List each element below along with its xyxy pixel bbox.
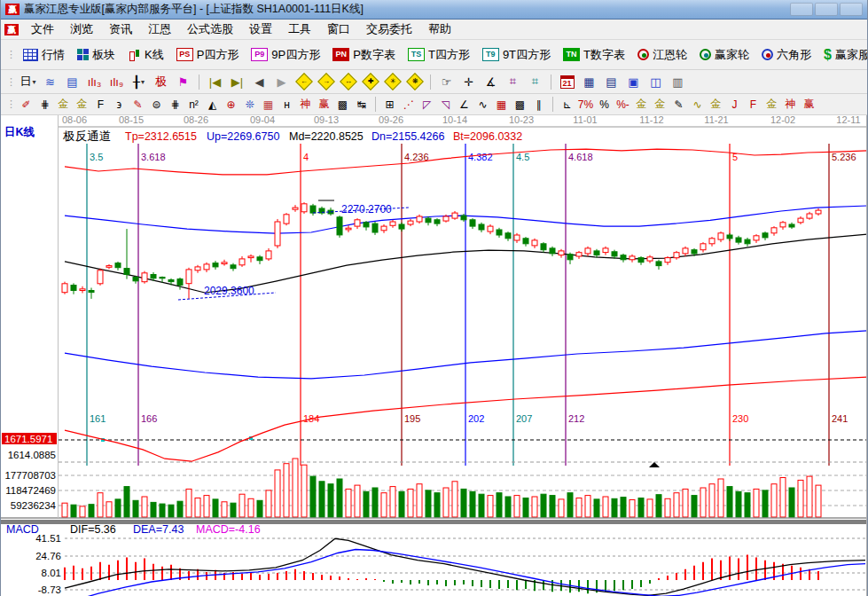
wave-tool-button[interactable]: ≋ [39,73,61,91]
pencil-chart-button[interactable]: ✎ [669,96,688,113]
gold-ruler-2-button[interactable]: 金 [73,96,91,113]
kline-chart-canvas[interactable]: 08-0608-1508-2609-0409-1309-2610-1410-23… [1,115,867,596]
maximize-button[interactable] [815,3,838,16]
compass-pencil-button[interactable]: ✎ [129,96,147,113]
minimize-button[interactable] [790,3,813,16]
percent-line-button[interactable]: %- [614,96,632,113]
stock-filter-button[interactable]: ⚑ [172,73,194,91]
win-ruler-button[interactable]: 赢 [315,96,333,113]
export-button[interactable]: ◫ [645,73,667,91]
toolbar-9p-square-button[interactable]: P99P四方形 [245,45,326,65]
menu-交易委托[interactable]: 交易委托 [358,20,420,39]
toolbar-gann-wheel-button[interactable]: 江恩轮 [631,45,693,65]
toolbar-winner-wheel-button[interactable]: 赢家轮 [693,45,755,65]
memo-button[interactable]: ▤ [600,73,622,91]
toolbar-p-square-button[interactable]: PSP四方形 [170,45,246,65]
ruler-button[interactable]: ⋕ [35,96,54,113]
box-tool-button[interactable]: ⊞ [380,96,399,113]
gold-angle-button[interactable]: 金 [762,96,781,113]
period-day-button[interactable]: 日▾ [17,73,39,91]
close-button[interactable] [840,3,863,16]
pane-divider[interactable] [1,520,867,524]
menu-帮助[interactable]: 帮助 [420,20,459,39]
red-grid-button[interactable]: ▦ [492,96,511,113]
menu-资讯[interactable]: 资讯 [101,20,140,39]
cycle-circle-button[interactable]: ⊜ [147,96,166,113]
k-mark-button[interactable]: ʜ [278,96,296,113]
black-grid-button[interactable]: ▩ [511,96,529,113]
shift-left-button[interactable]: ← [293,73,315,91]
gold-level-button[interactable]: 金 [651,96,669,113]
parallel-lines-button[interactable]: ∥ [529,96,548,113]
square-number-button[interactable]: n² [184,96,203,113]
fan-box-2-button[interactable]: ◹ [436,96,455,113]
spiral-button[interactable]: ϶ [110,96,129,113]
crosshair-button[interactable]: ✛ [457,73,480,91]
minutes-3-button[interactable]: ılı₃ [83,73,106,91]
gold-ruler-1-button[interactable]: 金 [54,96,73,113]
report-button[interactable]: ▤ [61,73,83,91]
measure-angle-button[interactable]: ⊾ [558,96,576,113]
toolbar-t-square-button[interactable]: TST四方形 [402,45,476,65]
calculator-button[interactable]: ▦ [578,73,600,91]
jifan-channel-button[interactable]: 极 [150,73,172,91]
nav-next-button[interactable]: ▶ [270,73,293,91]
nav-first-button[interactable]: |◀ [204,73,226,91]
percent-button[interactable]: % [595,96,614,113]
time-ruler-button[interactable]: ⋕ [166,96,184,113]
circle-cross-button[interactable]: ⊕ [222,96,240,113]
shen-ruler-button[interactable]: 神 [296,96,315,113]
span-arrows-button[interactable]: ↹ [352,96,371,113]
gold-wave-button[interactable]: ∿ [688,96,707,113]
fan-lines-button[interactable]: ⋰ [399,96,418,113]
gann-box-button[interactable]: ▦ [259,96,278,113]
draw-pencil-button[interactable]: ✐ [17,96,35,113]
gold-lines-button[interactable]: 金 [707,96,725,113]
nav-prev-button[interactable]: ◀ [248,73,270,91]
menu-文件[interactable]: 文件 [23,20,62,39]
print-button[interactable]: ▥ [667,73,689,91]
grid-button[interactable]: ▩ [333,96,352,113]
gold-circle-button[interactable]: 金 [632,96,651,113]
save-button[interactable]: ▣ [622,73,645,91]
menu-江恩[interactable]: 江恩 [140,20,179,39]
fib-ruler-button[interactable]: F [91,96,110,113]
zoom-fit-button[interactable]: ✳ [381,73,403,91]
f-angle-button[interactable]: F [744,96,762,113]
j-angle-button[interactable]: J [725,96,744,113]
toolbar-9t-square-button[interactable]: T99T四方形 [476,45,557,65]
menu-公式选股[interactable]: 公式选股 [179,20,241,39]
toolbar-t-number-table-button[interactable]: TNT数字表 [557,45,631,65]
fan-box-1-button[interactable]: ◸ [418,96,436,113]
zoom-in-button[interactable]: ✚ [359,73,381,91]
menu-浏览[interactable]: 浏览 [62,20,101,39]
menu-窗口[interactable]: 窗口 [319,20,358,39]
gann-grid-purple-button[interactable]: ⌗ [502,73,524,91]
shift-right-button[interactable]: → [315,73,337,91]
percent-7-button[interactable]: 7% [576,96,595,113]
star-lines-button[interactable]: ❊ [240,96,259,113]
toolbar-p-number-table-button[interactable]: PNP数字表 [326,45,402,65]
toolbar-market-quotes-button[interactable]: 行情 [17,45,71,65]
candle-style-button[interactable]: ╂▾ [128,73,150,91]
toolbar-hexagon-button[interactable]: 六角形 [755,45,817,65]
angle-lines-button[interactable]: ∠ [455,96,473,113]
menu-设置[interactable]: 设置 [241,20,280,39]
toolbar-kline-button[interactable]: K线 [121,45,170,65]
expand-h-button[interactable]: ↔ [337,73,359,91]
calendar-button[interactable]: 21 [556,73,578,91]
candle [736,238,741,242]
gann-grid-teal-button[interactable]: ⌗ [524,73,546,91]
toolbar-winner-service-button[interactable]: $赢家服务 [817,45,868,65]
angle-measure-button[interactable]: ∡ [480,73,502,91]
drag-hand-button[interactable]: ☞ [435,73,457,91]
toolbar-sectors-button[interactable]: 板块 [71,45,121,65]
menu-工具[interactable]: 工具 [280,20,319,39]
zoom-all-button[interactable]: ❋ [403,73,426,91]
nav-last-button[interactable]: ▶| [226,73,248,91]
shen-angle-button[interactable]: 神 [781,96,800,113]
wave-line-button[interactable]: ∿ [473,96,492,113]
win-angle-button[interactable]: 赢 [800,96,818,113]
protractor-button[interactable]: ◭ [203,96,222,113]
minutes-9-button[interactable]: ılı₉ [106,73,128,91]
